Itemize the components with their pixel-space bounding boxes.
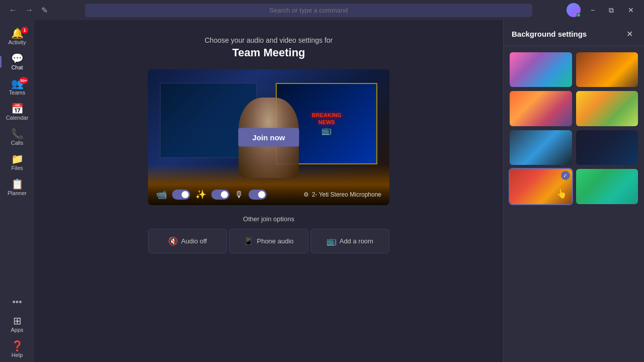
activity-label: Activity	[9, 39, 26, 45]
sidebar-item-activity[interactable]: 1 🔔 Activity	[0, 24, 34, 49]
bg-panel-header: Background settings ✕	[504, 20, 644, 46]
teams-label: Teams	[9, 89, 25, 96]
sidebar-item-files[interactable]: 📁 Files	[0, 150, 34, 175]
bg-preview-desert	[576, 91, 638, 126]
online-indicator	[577, 13, 581, 17]
audio-off-button[interactable]: 🔇 Audio off	[148, 229, 227, 253]
apps-icon: ⊞	[13, 316, 22, 326]
mic-toggle[interactable]	[249, 190, 267, 200]
bg-thumb-map[interactable]	[576, 169, 638, 204]
bg-selected-check: ✓	[561, 171, 570, 180]
bg-preview-galaxy	[510, 52, 572, 87]
bg-thumb-studio2[interactable]	[576, 130, 638, 165]
titlebar: ← → ✎ − ⧉ ✕	[0, 0, 644, 20]
bg-preview-canyon	[576, 52, 638, 87]
restore-button[interactable]: ⧉	[605, 4, 618, 17]
join-now-button[interactable]: Join now	[238, 128, 299, 147]
nav-buttons: ← → ✎	[6, 4, 51, 17]
minimize-button[interactable]: −	[587, 4, 599, 16]
calls-label: Calls	[11, 140, 23, 146]
chat-label: Chat	[11, 64, 23, 70]
bg-thumb-sunset[interactable]	[510, 91, 572, 126]
other-options-label: Other join options	[148, 215, 389, 223]
add-room-button[interactable]: 📺 Add a room	[310, 229, 389, 253]
search-input[interactable]	[85, 4, 532, 17]
sidebar-item-calendar[interactable]: 📅 Calendar	[0, 100, 34, 125]
bg-thumbnail-grid: ✓ 👆	[504, 46, 644, 210]
content-area: Choose your audio and video settings for…	[34, 20, 503, 362]
help-icon: ❓	[11, 341, 24, 351]
files-icon: 📁	[11, 154, 24, 164]
titlebar-right: − ⧉ ✕	[567, 3, 638, 17]
teams-badge: 50+	[19, 77, 28, 84]
video-preview: BREAKINGNEWS 📺 Join now 📹 ✨ 🎙 ⚙	[148, 69, 389, 205]
back-button[interactable]: ←	[6, 4, 20, 17]
meeting-name: Team Meeting	[205, 46, 333, 59]
sidebar-item-chat[interactable]: 💬 Chat	[0, 49, 34, 74]
bg-preview-studio1	[510, 130, 572, 165]
sidebar-item-planner[interactable]: 📋 Planner	[0, 175, 34, 200]
bg-close-button[interactable]: ✕	[623, 28, 636, 40]
mic-toggle-icon: 🎙	[234, 190, 244, 200]
phone-audio-button[interactable]: 📱 Phone audio	[229, 229, 308, 253]
apps-label: Apps	[11, 327, 23, 333]
forward-button[interactable]: →	[22, 4, 36, 17]
mic-device-label: 2- Yeti Stereo Microphone	[312, 191, 381, 198]
planner-label: Planner	[8, 190, 27, 196]
audio-off-label: Audio off	[181, 237, 207, 245]
avatar[interactable]	[567, 3, 581, 17]
other-options-section: Other join options 🔇 Audio off 📱 Phone a…	[148, 215, 389, 253]
calendar-label: Calendar	[6, 115, 29, 121]
calendar-icon: 📅	[11, 104, 24, 114]
video-toggle-icon: 📹	[156, 189, 167, 200]
effects-toggle[interactable]	[211, 190, 229, 200]
bg-preview-sunset	[510, 91, 572, 126]
sidebar-item-teams[interactable]: 50+ 👥 Teams	[0, 74, 34, 100]
video-controls: 📹 ✨ 🎙 ⚙ 2- Yeti Stereo Microphone	[148, 184, 389, 205]
join-options-row: 🔇 Audio off 📱 Phone audio 📺 Add a room	[148, 229, 389, 253]
sidebar-more[interactable]: •••	[0, 293, 34, 312]
close-button[interactable]: ✕	[624, 4, 638, 16]
planner-icon: 📋	[11, 179, 24, 189]
sidebar-item-calls[interactable]: 📞 Calls	[0, 125, 34, 150]
sidebar-item-apps[interactable]: ⊞ Apps	[0, 312, 34, 337]
meeting-title-area: Choose your audio and video settings for…	[205, 36, 333, 59]
calls-icon: 📞	[11, 129, 24, 139]
files-label: Files	[11, 165, 23, 171]
background-settings-panel: Background settings ✕	[503, 20, 644, 362]
video-toggle[interactable]	[172, 190, 190, 200]
settings-icon: ⚙	[303, 191, 309, 198]
add-room-icon: 📺	[327, 236, 337, 246]
bg-thumb-pizza[interactable]: ✓ 👆	[510, 169, 572, 204]
phone-audio-icon: 📱	[244, 236, 254, 246]
breaking-news-text: BREAKINGNEWS	[312, 112, 342, 125]
breaking-icon: 📺	[321, 126, 332, 135]
bg-thumb-studio1[interactable]	[510, 130, 572, 165]
effects-icon: ✨	[195, 189, 206, 200]
meeting-subtitle: Choose your audio and video settings for	[205, 36, 333, 44]
sidebar-item-help[interactable]: ❓ Help	[0, 337, 34, 362]
chat-icon: 💬	[11, 53, 24, 63]
mic-info: ⚙ 2- Yeti Stereo Microphone	[303, 191, 381, 198]
phone-audio-label: Phone audio	[257, 237, 293, 245]
activity-badge: 1	[21, 27, 28, 34]
bg-preview-studio2	[576, 130, 638, 165]
help-label: Help	[12, 352, 23, 358]
bg-panel-title: Background settings	[512, 30, 587, 38]
bg-preview-map	[576, 169, 638, 204]
audio-off-icon: 🔇	[168, 236, 178, 246]
bg-thumb-galaxy[interactable]	[510, 52, 572, 87]
compose-button[interactable]: ✎	[38, 4, 51, 17]
bg-thumb-desert[interactable]	[576, 91, 638, 126]
main-layout: 1 🔔 Activity 💬 Chat 50+ 👥 Teams 📅 Calend…	[0, 20, 644, 362]
bg-thumb-canyon[interactable]	[576, 52, 638, 87]
add-room-label: Add a room	[340, 237, 373, 245]
sidebar: 1 🔔 Activity 💬 Chat 50+ 👥 Teams 📅 Calend…	[0, 20, 34, 362]
more-dots-icon: •••	[13, 297, 22, 308]
